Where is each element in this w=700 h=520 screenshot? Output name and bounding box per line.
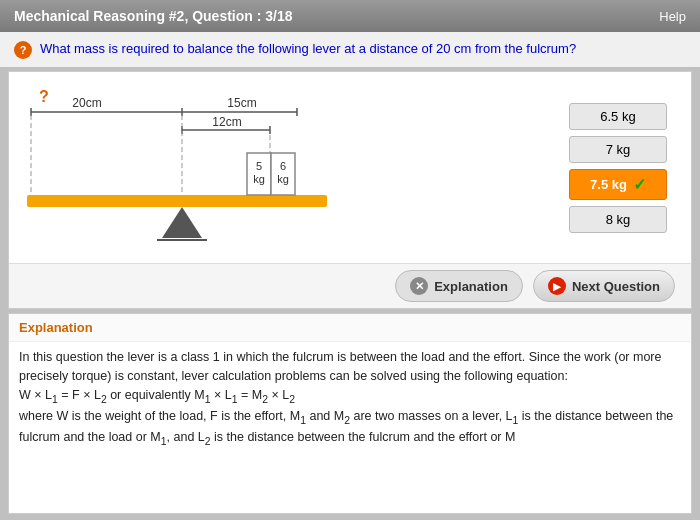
answer-label-1: 6.5 kg <box>600 109 635 124</box>
next-label: Next Question <box>572 279 660 294</box>
help-button[interactable]: Help <box>659 9 686 24</box>
question-icon: ? <box>14 41 32 59</box>
question-area: ? What mass is required to balance the f… <box>0 32 700 67</box>
x-icon: ✕ <box>410 277 428 295</box>
explanation-content[interactable]: In this question the lever is a class 1 … <box>9 342 691 513</box>
lever-svg: ? 20cm 15cm 12cm <box>17 80 347 255</box>
explanation-label: Explanation <box>434 279 508 294</box>
answer-option-1[interactable]: 6.5 kg <box>569 103 667 130</box>
play-icon: ▶ <box>548 277 566 295</box>
svg-text:kg: kg <box>253 173 265 185</box>
button-row: ✕ Explanation ▶ Next Question <box>9 263 691 308</box>
content-area: ? 20cm 15cm 12cm <box>8 71 692 309</box>
svg-text:5: 5 <box>256 160 262 172</box>
explanation-area: Explanation In this question the lever i… <box>8 313 692 514</box>
svg-marker-21 <box>162 207 202 238</box>
svg-text:15cm: 15cm <box>227 96 256 110</box>
answer-option-4[interactable]: 8 kg <box>569 206 667 233</box>
answer-label-4: 8 kg <box>606 212 631 227</box>
answer-option-3[interactable]: 7.5 kg ✓ <box>569 169 667 200</box>
svg-text:12cm: 12cm <box>212 115 241 129</box>
answer-label-3: 7.5 kg <box>590 177 627 192</box>
svg-text:6: 6 <box>280 160 286 172</box>
svg-text:kg: kg <box>277 173 289 185</box>
question-text: What mass is required to balance the fol… <box>40 40 576 58</box>
header-title: Mechanical Reasoning #2, Question : 3/18 <box>14 8 293 24</box>
answer-choices: 6.5 kg 7 kg 7.5 kg ✓ 8 kg <box>553 80 683 255</box>
explanation-button[interactable]: ✕ Explanation <box>395 270 523 302</box>
svg-rect-14 <box>27 195 327 207</box>
check-icon: ✓ <box>633 175 646 194</box>
explanation-header: Explanation <box>9 314 691 342</box>
question-mark-label: ? <box>39 88 49 105</box>
next-question-button[interactable]: ▶ Next Question <box>533 270 675 302</box>
answer-option-2[interactable]: 7 kg <box>569 136 667 163</box>
svg-text:20cm: 20cm <box>72 96 101 110</box>
lever-diagram: ? 20cm 15cm 12cm <box>17 80 543 255</box>
diagram-row: ? 20cm 15cm 12cm <box>9 72 691 263</box>
header: Mechanical Reasoning #2, Question : 3/18… <box>0 0 700 32</box>
answer-label-2: 7 kg <box>606 142 631 157</box>
